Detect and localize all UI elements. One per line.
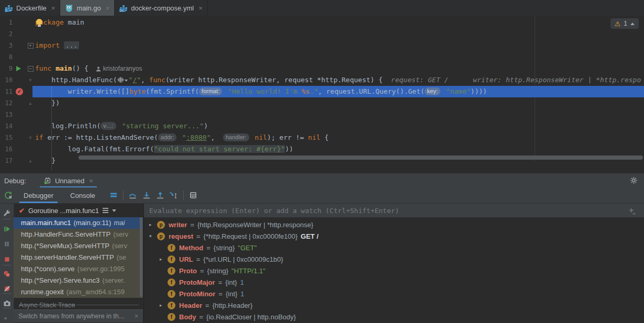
editor-tab-docker-compose.yml[interactable]: DCdocker-compose.yml× — [115, 0, 208, 16]
fold-marker-icon[interactable]: ▿ — [27, 132, 34, 143]
variable-type-value: {int} — [225, 279, 237, 286]
variable-row[interactable]: fBody={io.ReadCloser | http.noBody} — [144, 311, 644, 322]
chevron-right-icon[interactable]: ▸ — [149, 222, 157, 227]
editor-tabs: DDockerfile×main.go×DCdocker-compose.yml… — [0, 0, 644, 16]
code-token: "name" — [446, 87, 471, 95]
gear-icon[interactable] — [630, 176, 638, 186]
more-icon[interactable]: » — [0, 312, 14, 323]
code-line-11[interactable]: 11✓ writer.Write([]byte(fmt.Sprintf(form… — [0, 86, 644, 97]
variable-row[interactable]: fMethod={string}"GET" — [144, 242, 644, 253]
fold-marker-icon[interactable]: ▵ — [27, 155, 34, 166]
editor-tab-main.go[interactable]: main.go× — [60, 0, 115, 16]
close-tab-icon[interactable]: × — [106, 4, 110, 12]
frame-row[interactable]: runtime.goexit(asm_amd64.s:159 — [14, 286, 143, 298]
step-into-icon[interactable] — [140, 189, 153, 202]
evaluate-expression-input[interactable]: Evaluate expression (Enter) or add a wat… — [144, 204, 644, 218]
view-breakpoints-icon[interactable] — [0, 268, 14, 280]
code-token: ) — [204, 122, 208, 130]
code-line-1[interactable]: 1package main — [0, 17, 644, 28]
toolbar-separator — [3, 265, 11, 265]
step-over-icon[interactable] — [126, 189, 140, 202]
code-line-3[interactable]: 3+import ... — [0, 40, 644, 51]
chevron-down-icon[interactable] — [112, 209, 116, 212]
code-line-8[interactable]: 8 — [0, 51, 644, 63]
pause-icon[interactable] — [0, 238, 14, 250]
variable-row[interactable]: fProto={string}"HTTP/1.1" — [144, 265, 644, 276]
resume-icon[interactable] — [0, 223, 14, 235]
field-icon: f — [168, 267, 175, 275]
toolbar-separator — [183, 191, 184, 200]
stop-icon[interactable] — [0, 253, 14, 265]
frames-scrollbar[interactable] — [140, 217, 142, 297]
field-icon: f — [168, 302, 175, 309]
camera-icon[interactable] — [0, 297, 14, 309]
code-token — [178, 133, 182, 141]
endpoint-globe-icon[interactable] — [117, 75, 128, 87]
banner-text: Switch frames from anywhere in th... — [18, 313, 124, 320]
chevron-down-icon[interactable]: ▾ — [149, 233, 157, 239]
chevron-up-icon[interactable] — [630, 23, 635, 25]
frame-row[interactable]: http.serverHandler.ServeHTTP(se — [14, 252, 143, 263]
inspections-widget[interactable]: ⚠ 1 — [610, 18, 639, 29]
variable-row[interactable]: ▾prequest={*http.Request | 0xc0000fe100}… — [144, 230, 644, 242]
parameter-hint: format: — [199, 87, 222, 95]
run-to-cursor-icon[interactable] — [167, 189, 181, 202]
chevron-right-icon[interactable]: ▸ — [160, 303, 168, 308]
close-tab-icon[interactable]: × — [198, 4, 203, 12]
goroutine-selector[interactable]: ✔ Goroutine ...main.func1 — [14, 204, 143, 217]
run-main-icon[interactable] — [16, 66, 21, 71]
line-number: 10 — [0, 74, 13, 86]
code-line-2[interactable]: 2 — [0, 28, 644, 40]
horizontal-scrollbar[interactable] — [79, 155, 643, 160]
code-line-13[interactable]: 13 — [0, 109, 644, 120]
field-icon: f — [168, 313, 175, 321]
frame-row[interactable]: http.(*Server).Serve.func3(server. — [14, 275, 143, 286]
fold-marker-icon[interactable]: ▿ — [27, 74, 34, 86]
code-token: "Hello world! I'm — [228, 87, 302, 95]
bars-icon[interactable] — [107, 189, 120, 202]
variable-type-value: {io.ReadCloser | http.noBody} — [206, 313, 296, 321]
chevron-right-icon[interactable]: ▸ — [160, 257, 168, 262]
code-token: )) — [285, 145, 293, 153]
evaluate-icon[interactable] — [186, 189, 200, 202]
code-line-12[interactable]: 12▵ }) — [0, 97, 644, 109]
tab-debugger[interactable]: Debugger — [16, 187, 61, 203]
warning-icon: ⚠ — [615, 20, 621, 28]
variable-number-value: 1 — [240, 279, 244, 286]
variable-row[interactable]: ▸pwriter={http.ResponseWriter | *http.re… — [144, 219, 644, 230]
variable-row[interactable]: fProtoMajor={int}1 — [144, 276, 644, 288]
tab-console[interactable]: Console — [63, 187, 103, 203]
frame-row[interactable]: http.(*ServeMux).ServeHTTP(serv — [14, 240, 143, 252]
code-line-15[interactable]: 15▿if err := http.ListenAndServe(addr: "… — [0, 132, 644, 143]
close-tab-icon[interactable]: × — [51, 4, 55, 12]
variable-row[interactable]: fProtoMinor={int}1 — [144, 288, 644, 299]
frames-menu-icon[interactable] — [103, 207, 108, 214]
code-line-14[interactable]: 14 log.Println(v…: "starting server...") — [0, 120, 644, 132]
code-line-9[interactable]: 9−func main() {kristofaranyos — [0, 63, 644, 74]
wrench-icon[interactable] — [0, 207, 14, 219]
fold-marker-icon[interactable]: + — [27, 40, 34, 51]
editor-pane[interactable]: 1package main23+import ...89−func main()… — [0, 16, 644, 173]
code-line-10[interactable]: 10▿ http.HandleFunc("/", func(writer htt… — [0, 74, 644, 86]
breakpoint-icon[interactable]: ✓ — [16, 88, 23, 95]
mute-breakpoints-icon[interactable] — [0, 283, 14, 294]
variable-row[interactable]: ▸fURL={*url.URL | 0xc00009c1b0} — [144, 253, 644, 265]
debug-session-tab[interactable]: Unnamed × — [40, 173, 97, 188]
step-out-icon[interactable] — [153, 189, 167, 202]
code-line-16[interactable]: 16 log.Fatal(fmt.Errorf("could not start… — [0, 143, 644, 155]
parameter-hint: addr: — [158, 133, 176, 141]
frame-row[interactable]: http.(*conn).serve(server.go:1995 — [14, 263, 143, 275]
rerun-icon[interactable] — [3, 191, 14, 199]
close-banner-icon[interactable]: × — [135, 313, 138, 320]
code-token — [251, 133, 255, 141]
add-watch-icon[interactable]: +∞ — [629, 204, 636, 220]
frame-row[interactable]: main.main.func1(main.go:11)mai — [14, 217, 143, 229]
fold-marker-icon[interactable]: − — [27, 63, 34, 74]
variable-row[interactable]: ▸fHeader={http.Header} — [144, 299, 644, 311]
frame-row[interactable]: http.HandlerFunc.ServeHTTP(serv — [14, 229, 143, 240]
close-session-icon[interactable]: × — [89, 177, 93, 185]
editor-tab-Dockerfile[interactable]: DDockerfile× — [0, 0, 60, 16]
fold-marker-icon[interactable]: ▵ — [27, 97, 34, 109]
intention-bulb-icon[interactable] — [36, 19, 42, 25]
equals-sign: = — [218, 279, 223, 286]
